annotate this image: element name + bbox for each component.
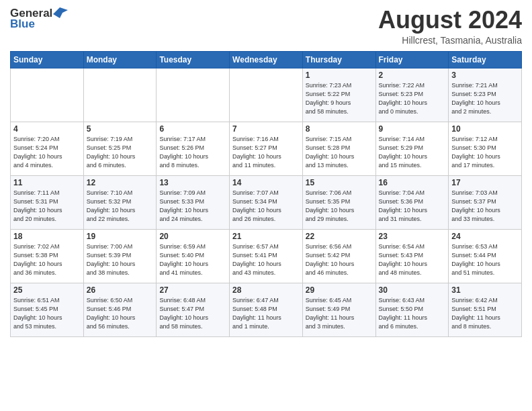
- calendar-cell: 20Sunrise: 6:59 AM Sunset: 5:40 PM Dayli…: [157, 229, 230, 283]
- day-number: 4: [13, 124, 81, 134]
- calendar-cell: 29Sunrise: 6:45 AM Sunset: 5:49 PM Dayli…: [302, 283, 375, 336]
- calendar-cell: 15Sunrise: 7:06 AM Sunset: 5:35 PM Dayli…: [302, 175, 375, 229]
- calendar-week-5: 25Sunrise: 6:51 AM Sunset: 5:45 PM Dayli…: [11, 283, 522, 336]
- day-info: Sunrise: 7:20 AM Sunset: 5:24 PM Dayligh…: [13, 135, 81, 170]
- day-info: Sunrise: 7:09 AM Sunset: 5:33 PM Dayligh…: [159, 189, 226, 224]
- day-info: Sunrise: 7:04 AM Sunset: 5:36 PM Dayligh…: [379, 189, 446, 224]
- calendar-cell: 6Sunrise: 7:17 AM Sunset: 5:26 PM Daylig…: [157, 122, 230, 175]
- calendar-cell: 7Sunrise: 7:16 AM Sunset: 5:27 PM Daylig…: [230, 122, 303, 175]
- calendar-week-4: 18Sunrise: 7:02 AM Sunset: 5:38 PM Dayli…: [11, 229, 522, 283]
- col-sunday: Sunday: [11, 51, 84, 68]
- calendar-cell: 8Sunrise: 7:15 AM Sunset: 5:28 PM Daylig…: [302, 122, 375, 175]
- day-number: 20: [159, 232, 226, 241]
- col-friday: Friday: [375, 51, 449, 68]
- day-number: 6: [159, 124, 226, 134]
- calendar-cell: 22Sunrise: 6:56 AM Sunset: 5:42 PM Dayli…: [302, 229, 375, 283]
- day-number: 5: [87, 124, 154, 134]
- day-number: 7: [232, 124, 300, 134]
- day-info: Sunrise: 7:19 AM Sunset: 5:25 PM Dayligh…: [87, 135, 154, 170]
- calendar-cell: 3Sunrise: 7:21 AM Sunset: 5:23 PM Daylig…: [449, 68, 522, 122]
- day-info: Sunrise: 6:42 AM Sunset: 5:51 PM Dayligh…: [451, 296, 519, 331]
- calendar-cell: 12Sunrise: 7:10 AM Sunset: 5:32 PM Dayli…: [83, 175, 157, 229]
- day-number: 17: [451, 178, 519, 187]
- calendar-cell: [230, 68, 303, 122]
- calendar-cell: 17Sunrise: 7:03 AM Sunset: 5:37 PM Dayli…: [449, 175, 522, 229]
- col-saturday: Saturday: [449, 51, 522, 68]
- day-number: 15: [306, 178, 373, 187]
- day-number: 8: [306, 124, 373, 134]
- calendar-cell: 21Sunrise: 6:57 AM Sunset: 5:41 PM Dayli…: [230, 229, 303, 283]
- day-info: Sunrise: 6:57 AM Sunset: 5:41 PM Dayligh…: [232, 242, 300, 277]
- day-info: Sunrise: 7:21 AM Sunset: 5:23 PM Dayligh…: [451, 81, 519, 116]
- day-info: Sunrise: 6:50 AM Sunset: 5:46 PM Dayligh…: [87, 296, 154, 331]
- day-number: 19: [87, 232, 154, 241]
- day-info: Sunrise: 6:59 AM Sunset: 5:40 PM Dayligh…: [159, 242, 226, 277]
- logo-blue-text: Blue: [10, 17, 35, 31]
- day-info: Sunrise: 6:53 AM Sunset: 5:44 PM Dayligh…: [451, 242, 519, 277]
- calendar-cell: 27Sunrise: 6:48 AM Sunset: 5:47 PM Dayli…: [157, 283, 230, 336]
- day-number: 18: [13, 232, 81, 241]
- day-info: Sunrise: 7:11 AM Sunset: 5:31 PM Dayligh…: [13, 189, 81, 224]
- day-number: 11: [13, 178, 81, 187]
- day-info: Sunrise: 7:22 AM Sunset: 5:23 PM Dayligh…: [379, 81, 446, 116]
- col-monday: Monday: [83, 51, 157, 68]
- col-thursday: Thursday: [302, 51, 375, 68]
- day-info: Sunrise: 7:15 AM Sunset: 5:28 PM Dayligh…: [306, 135, 373, 170]
- day-number: 27: [159, 285, 226, 295]
- day-number: 1: [306, 71, 373, 80]
- day-info: Sunrise: 6:48 AM Sunset: 5:47 PM Dayligh…: [159, 296, 226, 331]
- day-info: Sunrise: 7:23 AM Sunset: 5:22 PM Dayligh…: [306, 81, 373, 116]
- header: General Blue August 2024 Hillcrest, Tasm…: [10, 7, 522, 46]
- calendar-cell: 14Sunrise: 7:07 AM Sunset: 5:34 PM Dayli…: [230, 175, 303, 229]
- calendar-cell: 26Sunrise: 6:50 AM Sunset: 5:46 PM Dayli…: [83, 283, 157, 336]
- calendar-cell: 1Sunrise: 7:23 AM Sunset: 5:22 PM Daylig…: [302, 68, 375, 122]
- day-info: Sunrise: 6:56 AM Sunset: 5:42 PM Dayligh…: [306, 242, 373, 277]
- calendar-cell: 23Sunrise: 6:54 AM Sunset: 5:43 PM Dayli…: [375, 229, 449, 283]
- day-info: Sunrise: 7:12 AM Sunset: 5:30 PM Dayligh…: [451, 135, 519, 170]
- day-number: 21: [232, 232, 300, 241]
- day-info: Sunrise: 6:51 AM Sunset: 5:45 PM Dayligh…: [13, 296, 81, 331]
- calendar-cell: 30Sunrise: 6:43 AM Sunset: 5:50 PM Dayli…: [375, 283, 449, 336]
- calendar-cell: 11Sunrise: 7:11 AM Sunset: 5:31 PM Dayli…: [11, 175, 84, 229]
- day-number: 24: [451, 232, 519, 241]
- day-info: Sunrise: 6:54 AM Sunset: 5:43 PM Dayligh…: [379, 242, 446, 277]
- calendar-page: General Blue August 2024 Hillcrest, Tasm…: [0, 0, 532, 411]
- day-info: Sunrise: 7:06 AM Sunset: 5:35 PM Dayligh…: [306, 189, 373, 224]
- day-number: 30: [379, 285, 446, 295]
- day-number: 3: [451, 71, 519, 80]
- calendar-week-1: 1Sunrise: 7:23 AM Sunset: 5:22 PM Daylig…: [11, 68, 522, 122]
- day-info: Sunrise: 7:07 AM Sunset: 5:34 PM Dayligh…: [232, 189, 300, 224]
- day-number: 2: [379, 71, 446, 80]
- day-number: 9: [379, 124, 446, 134]
- day-info: Sunrise: 7:10 AM Sunset: 5:32 PM Dayligh…: [87, 189, 154, 224]
- day-number: 29: [306, 285, 373, 295]
- day-number: 10: [451, 124, 519, 134]
- calendar-cell: 5Sunrise: 7:19 AM Sunset: 5:25 PM Daylig…: [83, 122, 157, 175]
- calendar-cell: [11, 68, 84, 122]
- calendar-cell: 2Sunrise: 7:22 AM Sunset: 5:23 PM Daylig…: [375, 68, 449, 122]
- day-info: Sunrise: 6:47 AM Sunset: 5:48 PM Dayligh…: [232, 296, 300, 331]
- day-number: 25: [13, 285, 81, 295]
- svg-marker-0: [53, 7, 68, 18]
- calendar-cell: 16Sunrise: 7:04 AM Sunset: 5:36 PM Dayli…: [375, 175, 449, 229]
- header-row: Sunday Monday Tuesday Wednesday Thursday…: [11, 51, 522, 68]
- day-number: 31: [451, 285, 519, 295]
- col-tuesday: Tuesday: [157, 51, 230, 68]
- calendar-week-3: 11Sunrise: 7:11 AM Sunset: 5:31 PM Dayli…: [11, 175, 522, 229]
- calendar-cell: 19Sunrise: 7:00 AM Sunset: 5:39 PM Dayli…: [83, 229, 157, 283]
- day-number: 14: [232, 178, 300, 187]
- day-info: Sunrise: 7:14 AM Sunset: 5:29 PM Dayligh…: [379, 135, 446, 170]
- calendar-table: Sunday Monday Tuesday Wednesday Thursday…: [10, 51, 522, 337]
- calendar-cell: 10Sunrise: 7:12 AM Sunset: 5:30 PM Dayli…: [449, 122, 522, 175]
- logo-bird-icon: [53, 7, 68, 18]
- calendar-cell: 18Sunrise: 7:02 AM Sunset: 5:38 PM Dayli…: [11, 229, 84, 283]
- day-number: 28: [232, 285, 300, 295]
- day-number: 16: [379, 178, 446, 187]
- calendar-cell: 13Sunrise: 7:09 AM Sunset: 5:33 PM Dayli…: [157, 175, 230, 229]
- day-number: 13: [159, 178, 226, 187]
- calendar-cell: [83, 68, 157, 122]
- day-info: Sunrise: 7:03 AM Sunset: 5:37 PM Dayligh…: [451, 189, 519, 224]
- day-number: 12: [87, 178, 154, 187]
- day-info: Sunrise: 7:17 AM Sunset: 5:26 PM Dayligh…: [159, 135, 226, 170]
- day-info: Sunrise: 7:00 AM Sunset: 5:39 PM Dayligh…: [87, 242, 154, 277]
